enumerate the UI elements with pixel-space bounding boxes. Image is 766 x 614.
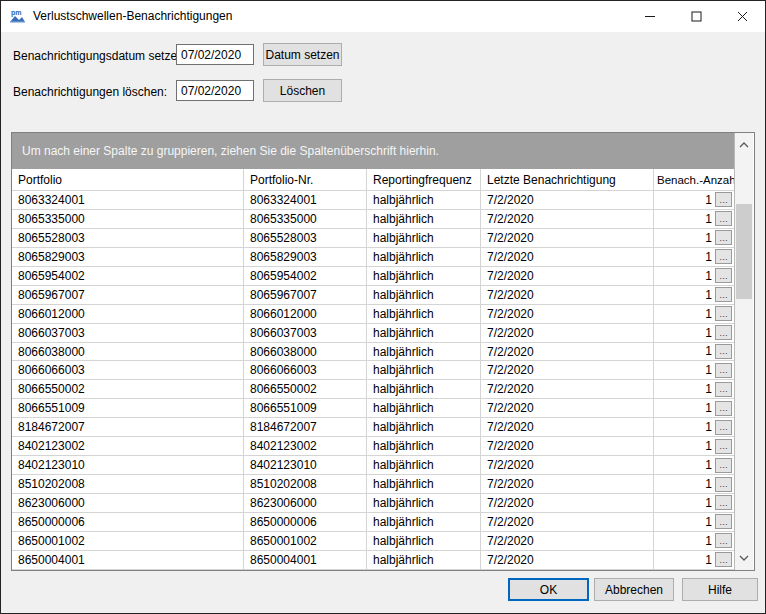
delete-button[interactable]: Löschen	[263, 79, 342, 102]
cell-reportingfrequenz: halbjährlich	[367, 229, 481, 248]
ellipsis-button[interactable]: …	[715, 514, 732, 529]
cell-portfolio: 8066038000	[12, 343, 244, 362]
cell-portfolio-nr: 8066550002	[244, 380, 367, 399]
ellipsis-button[interactable]: …	[715, 439, 732, 454]
cell-portfolio: 8065967007	[12, 286, 244, 305]
cell-letzte-benachrichtigung: 7/2/2020	[481, 324, 654, 343]
table-row[interactable]: 8065829003 8065829003 halbjährlich 7/2/2…	[12, 248, 735, 267]
cell-portfolio: 8402123002	[12, 437, 244, 456]
cell-portfolio: 8066066003	[12, 361, 244, 380]
title-bar[interactable]: pm Verlustschwellen-Benachrichtigungen	[1, 1, 765, 32]
cell-portfolio-nr: 8066038000	[244, 343, 367, 362]
cell-letzte-benachrichtigung: 7/2/2020	[481, 551, 654, 570]
cell-portfolio: 8065528003	[12, 229, 244, 248]
ellipsis-button[interactable]: …	[715, 287, 732, 302]
scroll-up-icon[interactable]	[735, 135, 753, 155]
ellipsis-button[interactable]: …	[715, 382, 732, 397]
maximize-button[interactable]	[673, 1, 719, 32]
ok-button[interactable]: OK	[508, 578, 589, 601]
notification-count: 1	[705, 420, 712, 434]
cell-portfolio: 8066012000	[12, 305, 244, 324]
delete-input[interactable]	[176, 80, 254, 101]
table-row[interactable]: 8066037003 8066037003 halbjährlich 7/2/2…	[12, 324, 735, 343]
cell-portfolio-nr: 8650004001	[244, 551, 367, 570]
table-row[interactable]: 8066038000 8066038000 halbjährlich 7/2/2…	[12, 343, 735, 362]
cell-benach-anzahl: 1 …	[654, 532, 735, 551]
vertical-scrollbar[interactable]	[734, 133, 753, 570]
table-row[interactable]: 8065528003 8065528003 halbjährlich 7/2/2…	[12, 229, 735, 248]
set-date-input[interactable]	[176, 44, 254, 65]
dialog-window: pm Verlustschwellen-Benachrichtigungen B…	[0, 0, 766, 614]
table-row[interactable]: 8402123010 8402123010 halbjährlich 7/2/2…	[12, 456, 735, 475]
ellipsis-button[interactable]: …	[715, 211, 732, 226]
table-row[interactable]: 8065967007 8065967007 halbjährlich 7/2/2…	[12, 286, 735, 305]
table-row[interactable]: 8066551009 8066551009 halbjährlich 7/2/2…	[12, 399, 735, 418]
column-header-benach-anzahl[interactable]: Benach.-Anzahl	[654, 169, 735, 191]
scrollbar-thumb[interactable]	[736, 204, 752, 299]
column-header-letzte-benachrichtigung[interactable]: Letzte Benachrichtigung	[481, 169, 654, 191]
ellipsis-button[interactable]: …	[715, 420, 732, 435]
cell-benach-anzahl: 1 …	[654, 343, 735, 362]
column-header-portfolio[interactable]: Portfolio	[12, 169, 244, 191]
cell-portfolio: 8066037003	[12, 324, 244, 343]
table-row[interactable]: 8623006000 8623006000 halbjährlich 7/2/2…	[12, 494, 735, 513]
ellipsis-button[interactable]: …	[715, 477, 732, 492]
table-row[interactable]: 8066012000 8066012000 halbjährlich 7/2/2…	[12, 305, 735, 324]
cell-letzte-benachrichtigung: 7/2/2020	[481, 248, 654, 267]
ellipsis-button[interactable]: …	[715, 552, 732, 567]
notification-count: 1	[705, 458, 712, 472]
cell-portfolio-nr: 8066551009	[244, 399, 367, 418]
minimize-button[interactable]	[627, 1, 673, 32]
ellipsis-button[interactable]: …	[715, 495, 732, 510]
table-row[interactable]: 8066550002 8066550002 halbjährlich 7/2/2…	[12, 380, 735, 399]
notification-count: 1	[705, 553, 712, 567]
notification-count: 1	[705, 401, 712, 415]
ellipsis-button[interactable]: …	[715, 458, 732, 473]
cell-letzte-benachrichtigung: 7/2/2020	[481, 191, 654, 210]
close-button[interactable]	[719, 1, 765, 32]
ellipsis-button[interactable]: …	[715, 306, 732, 321]
table-row[interactable]: 8650000006 8650000006 halbjährlich 7/2/2…	[12, 513, 735, 532]
ellipsis-button[interactable]: …	[715, 268, 732, 283]
cell-benach-anzahl: 1 …	[654, 456, 735, 475]
cell-portfolio: 8063324001	[12, 191, 244, 210]
column-header-reportingfrequenz[interactable]: Reportingfrequenz	[367, 169, 481, 191]
scroll-down-icon[interactable]	[735, 548, 753, 568]
help-button[interactable]: Hilfe	[682, 578, 758, 601]
group-by-panel[interactable]: Um nach einer Spalte zu gruppieren, zieh…	[12, 133, 735, 169]
table-row[interactable]: 8184672007 8184672007 halbjährlich 7/2/2…	[12, 418, 735, 437]
cell-portfolio-nr: 8510202008	[244, 475, 367, 494]
table-row[interactable]: 8063324001 8063324001 halbjährlich 7/2/2…	[12, 191, 735, 210]
ellipsis-button[interactable]: …	[715, 230, 732, 245]
table-row[interactable]: 8402123002 8402123002 halbjährlich 7/2/2…	[12, 437, 735, 456]
ellipsis-button[interactable]: …	[715, 344, 732, 359]
notification-count: 1	[705, 363, 712, 377]
pm-app-icon: pm	[9, 8, 26, 25]
cell-portfolio: 8065954002	[12, 267, 244, 286]
column-header-portfolio-nr[interactable]: Portfolio-Nr.	[244, 169, 367, 191]
ellipsis-button[interactable]: …	[715, 249, 732, 264]
cell-reportingfrequenz: halbjährlich	[367, 532, 481, 551]
set-date-button[interactable]: Datum setzen	[263, 43, 342, 66]
ellipsis-button[interactable]: …	[715, 363, 732, 378]
cancel-button[interactable]: Abbrechen	[594, 578, 674, 601]
cell-letzte-benachrichtigung: 7/2/2020	[481, 475, 654, 494]
ellipsis-button[interactable]: …	[715, 325, 732, 340]
ellipsis-button[interactable]: …	[715, 401, 732, 416]
notification-count: 1	[705, 193, 712, 207]
table-row[interactable]: 8066066003 8066066003 halbjährlich 7/2/2…	[12, 361, 735, 380]
table-row[interactable]: 8650004001 8650004001 halbjährlich 7/2/2…	[12, 551, 735, 570]
cell-benach-anzahl: 1 …	[654, 229, 735, 248]
cell-benach-anzahl: 1 …	[654, 494, 735, 513]
cell-reportingfrequenz: halbjährlich	[367, 191, 481, 210]
cell-benach-anzahl: 1 …	[654, 324, 735, 343]
table-row[interactable]: 8510202008 8510202008 halbjährlich 7/2/2…	[12, 475, 735, 494]
cell-reportingfrequenz: halbjährlich	[367, 286, 481, 305]
ellipsis-button[interactable]: …	[715, 192, 732, 207]
notification-count: 1	[705, 326, 712, 340]
ellipsis-button[interactable]: …	[715, 533, 732, 548]
table-row[interactable]: 8065335000 8065335000 halbjährlich 7/2/2…	[12, 210, 735, 229]
table-row[interactable]: 8650001002 8650001002 halbjährlich 7/2/2…	[12, 532, 735, 551]
table-row[interactable]: 8065954002 8065954002 halbjährlich 7/2/2…	[12, 267, 735, 286]
cell-letzte-benachrichtigung: 7/2/2020	[481, 361, 654, 380]
